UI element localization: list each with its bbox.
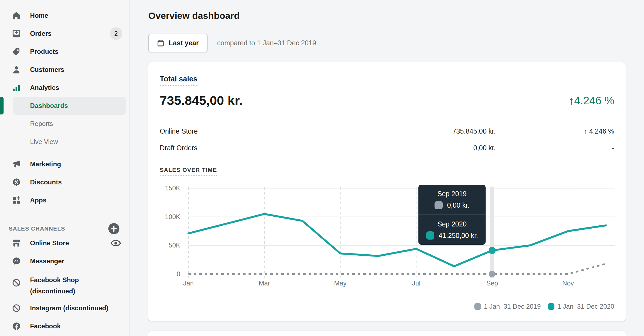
sidebar-item-label: Live View — [30, 138, 58, 146]
channel-item-facebook[interactable]: Facebook — [0, 317, 129, 335]
active-indicator-bar — [0, 97, 4, 114]
svg-text:Nov: Nov — [562, 279, 574, 287]
row-value: 0,00 kr. — [386, 144, 496, 152]
svg-text:May: May — [334, 279, 346, 287]
channel-item-label: Messenger — [30, 257, 64, 265]
row-label: Online Store — [160, 127, 386, 135]
facebook-icon — [11, 321, 21, 331]
calendar-icon — [156, 39, 165, 48]
sidebar-item-marketing[interactable]: Marketing — [0, 155, 129, 173]
chart-tooltip: Sep 2019 0,00 kr. Sep 2020 41.250,00 kr. — [418, 185, 486, 245]
channel-item-label: Online Store — [30, 239, 69, 247]
sidebar-item-apps[interactable]: Apps — [0, 191, 129, 209]
sidebar-item-products[interactable]: Products — [0, 43, 129, 61]
sales-channels-header: SALES CHANNELS — [0, 223, 129, 234]
add-sales-channel-button[interactable] — [107, 221, 121, 236]
date-range-label: Last year — [169, 39, 199, 47]
sidebar-item-label: Customers — [30, 66, 64, 73]
tooltip-title: Sep 2019 — [418, 190, 486, 198]
sidebar-item-reports[interactable]: Reports — [0, 115, 129, 133]
customers-icon — [11, 65, 21, 75]
legend-item-2020[interactable]: 1 Jan–31 Dec 2020 — [548, 303, 614, 310]
svg-text:Mar: Mar — [259, 279, 270, 287]
screen: Home Orders 2 Products Customers — [0, 0, 644, 336]
svg-text:Sep: Sep — [486, 279, 498, 287]
orders-icon — [11, 29, 21, 39]
svg-text:Jul: Jul — [412, 279, 421, 287]
sidebar-item-live-view[interactable]: Live View — [0, 133, 129, 151]
blocked-icon — [11, 278, 21, 288]
channel-item-instagram[interactable]: Instagram (discontinued) — [0, 299, 129, 317]
compare-text: compared to 1 Jan–31 Dec 2019 — [217, 34, 316, 52]
table-row: Draft Orders 0,00 kr. - — [160, 144, 614, 152]
svg-text:100K: 100K — [165, 213, 180, 220]
sidebar-item-label: Analytics — [30, 84, 59, 92]
sidebar-item-label: Marketing — [30, 160, 61, 168]
total-sales-amount: 735.845,00 kr. — [160, 93, 243, 108]
eye-icon — [110, 237, 122, 249]
storefront-icon — [11, 238, 21, 248]
svg-text:Jan: Jan — [183, 279, 194, 287]
tooltip-value: 0,00 kr. — [447, 201, 469, 209]
sales-over-time-label[interactable]: SALES OVER TIME — [160, 167, 217, 176]
tooltip-section: Sep 2020 41.250,00 kr. — [418, 215, 486, 245]
sales-channels-heading: SALES CHANNELS — [9, 225, 65, 232]
next-card-top-edge — [148, 331, 626, 336]
sidebar-item-orders[interactable]: Orders 2 — [0, 25, 129, 43]
total-sales-change: ↑4.246 % — [569, 95, 614, 107]
blocked-icon — [11, 303, 21, 313]
sidebar-item-label: Orders — [30, 30, 52, 37]
series-swatch — [474, 303, 481, 310]
apps-icon — [11, 195, 21, 205]
svg-text:50K: 50K — [169, 241, 180, 249]
sidebar-item-label: Apps — [30, 196, 46, 204]
row-change: ↑ 4.246 % — [496, 127, 614, 135]
sidebar-item-home[interactable]: Home — [0, 7, 129, 25]
tooltip-title: Sep 2020 — [418, 220, 486, 228]
page-title: Overview dashboard — [148, 10, 240, 21]
sidebar-item-customers[interactable]: Customers — [0, 61, 129, 79]
nav-group-gap — [0, 151, 129, 155]
sidebar: Home Orders 2 Products Customers — [0, 0, 130, 336]
up-arrow-icon: ↑ — [569, 95, 574, 107]
series-swatch — [548, 303, 554, 310]
sidebar-item-discounts[interactable]: Discounts — [0, 173, 129, 191]
legend-item-2019[interactable]: 1 Jan–31 Dec 2019 — [474, 303, 541, 310]
channel-item-online-store[interactable]: Online Store — [0, 234, 129, 252]
up-arrow-icon: ↑ — [584, 127, 587, 135]
sidebar-item-analytics[interactable]: Analytics — [0, 79, 129, 97]
sales-breakdown: Online Store 735.845,00 kr. ↑ 4.246 % Dr… — [160, 127, 614, 152]
home-icon — [11, 11, 21, 20]
channel-item-label: Instagram (discontinued) — [30, 304, 108, 312]
tooltip-value: 41.250,00 kr. — [439, 232, 478, 240]
channel-item-messenger[interactable]: Messenger — [0, 252, 129, 270]
orders-count-badge: 2 — [110, 27, 122, 40]
plus-circle-icon — [107, 221, 121, 236]
sidebar-item-label: Home — [30, 12, 48, 19]
row-label: Draft Orders — [160, 144, 386, 152]
series-swatch — [435, 201, 443, 209]
series-swatch — [426, 231, 434, 240]
tooltip-section: Sep 2019 0,00 kr. — [418, 185, 486, 214]
svg-text:150K: 150K — [165, 184, 180, 192]
total-sales-title[interactable]: Total sales — [160, 75, 197, 86]
view-online-store-button[interactable] — [110, 237, 122, 249]
channel-item-label: Facebook — [30, 322, 61, 330]
sales-chart[interactable]: 050K100K150KJanMarMayJulSepNov — [148, 179, 626, 294]
discount-icon — [11, 177, 21, 187]
sidebar-item-dashboards[interactable]: Dashboards — [13, 97, 126, 115]
svg-text:0: 0 — [177, 270, 180, 278]
channel-item-facebook-shop[interactable]: Facebook Shop (discontinued) — [0, 270, 129, 299]
sidebar-item-label: Products — [30, 48, 58, 55]
messenger-icon — [11, 256, 21, 266]
channel-item-label: Facebook Shop (discontinued) — [30, 274, 98, 297]
row-change: - — [496, 144, 614, 152]
total-sales-card: Total sales 735.845,00 kr. ↑4.246 % Onli… — [148, 62, 626, 321]
sidebar-item-label: Discounts — [30, 178, 62, 186]
megaphone-icon — [11, 159, 21, 169]
date-range-button[interactable]: Last year — [148, 34, 208, 52]
table-row: Online Store 735.845,00 kr. ↑ 4.246 % — [160, 127, 614, 135]
sidebar-item-label: Dashboards — [30, 102, 68, 110]
tag-icon — [11, 47, 21, 57]
sidebar-item-label: Reports — [30, 120, 53, 128]
